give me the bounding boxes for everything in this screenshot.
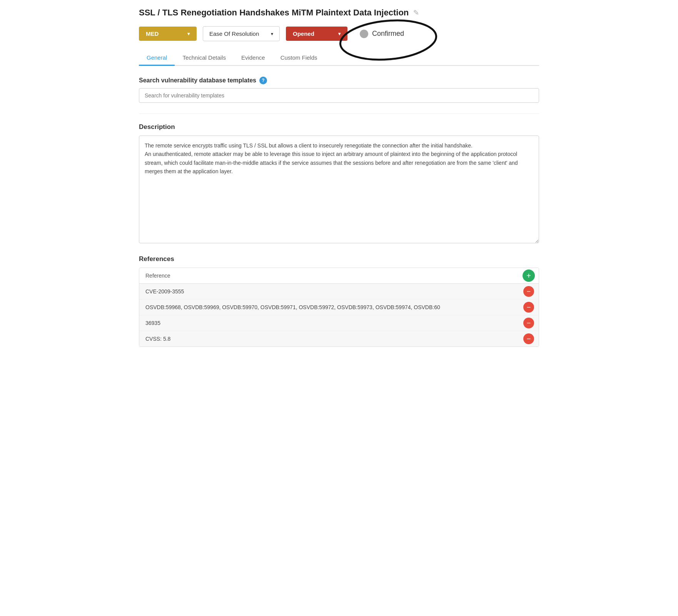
search-input[interactable] [139,88,539,103]
severity-label: MED [146,30,159,37]
references-label: References [139,255,539,263]
toolbar: MED ▾ Ease Of Resolution ▾ Opened ▾ Conf… [139,26,539,41]
ease-label: Ease Of Resolution [209,30,259,37]
tab-technical-details[interactable]: Technical Details [175,50,234,66]
reference-cell: CVSS: 5.8 [139,331,523,346]
help-icon[interactable]: ? [259,77,267,84]
remove-reference-button[interactable]: − [523,286,534,297]
tab-general[interactable]: General [139,50,175,66]
references-header-row: Reference + [139,268,539,284]
description-textarea[interactable] [139,136,539,243]
ease-chevron-icon: ▾ [271,31,273,37]
ease-of-resolution-dropdown[interactable]: Ease Of Resolution ▾ [203,26,280,41]
reference-cell: OSVDB:59968, OSVDB:59969, OSVDB:59970, O… [139,300,523,315]
table-row: 36935− [139,315,539,331]
severity-dropdown[interactable]: MED ▾ [139,27,197,41]
tab-evidence[interactable]: Evidence [234,50,273,66]
divider-1 [139,114,539,114]
search-label-text: Search vulnerability database templates [139,77,256,84]
tab-custom-fields[interactable]: Custom Fields [273,50,325,66]
reference-cell: CVE-2009-3555 [139,284,523,299]
reference-cell: 36935 [139,315,523,331]
remove-reference-button[interactable]: − [523,318,534,328]
confirmed-label: Confirmed [372,30,404,38]
status-chevron-icon: ▾ [338,31,341,37]
remove-reference-button[interactable]: − [523,333,534,344]
add-reference-button[interactable]: + [523,270,535,282]
edit-title-icon[interactable]: ✎ [413,8,419,17]
remove-reference-button[interactable]: − [523,302,534,313]
references-section: References Reference + CVE-2009-3555−OSV… [139,255,539,347]
table-row: CVSS: 5.8− [139,331,539,346]
status-dropdown[interactable]: Opened ▾ [286,27,347,41]
page-title: SSL / TLS Renegotiation Handshakes MiTM … [139,8,409,18]
severity-chevron-icon: ▾ [187,31,190,37]
references-table: Reference + CVE-2009-3555−OSVDB:59968, O… [139,268,539,347]
reference-rows: CVE-2009-3555−OSVDB:59968, OSVDB:59969, … [139,284,539,346]
tabs-row: General Technical Details Evidence Custo… [139,50,539,66]
search-section: Search vulnerability database templates … [139,77,539,103]
description-section: Description [139,123,539,244]
status-label: Opened [293,30,314,37]
confirmed-dot [360,30,368,38]
table-row: OSVDB:59968, OSVDB:59969, OSVDB:59970, O… [139,300,539,315]
table-row: CVE-2009-3555− [139,284,539,300]
search-label: Search vulnerability database templates … [139,77,539,84]
reference-header-cell: Reference [139,268,523,283]
confirmed-badge: Confirmed [354,27,410,41]
description-label: Description [139,123,539,131]
